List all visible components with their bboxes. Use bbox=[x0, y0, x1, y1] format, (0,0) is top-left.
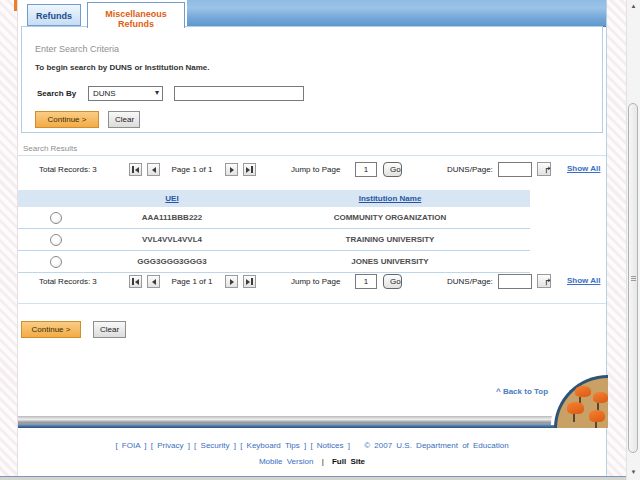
previous-page-icon bbox=[152, 279, 156, 285]
page-content: Refunds Miscellaneous Refunds Enter Sear… bbox=[17, 0, 607, 480]
return-arrow-icon: ↱ bbox=[544, 165, 552, 175]
scrollbar-thumb[interactable] bbox=[628, 103, 638, 453]
footer-separator: | bbox=[322, 457, 324, 466]
footer-links-row: [ FOIA ] [ Privacy ] [ Security ] [ Keyb… bbox=[18, 441, 606, 450]
results-divider-bottom bbox=[18, 303, 606, 304]
row-radio-button[interactable] bbox=[50, 256, 62, 268]
first-page-icon bbox=[135, 279, 139, 285]
continue-button-bottom[interactable]: Continue > bbox=[21, 321, 81, 338]
total-records-label: Total Records: 3 bbox=[39, 277, 97, 286]
desk-leg bbox=[595, 421, 597, 428]
table-row: VVL4VVL4VVL4 TRAINING UNIVERSITY bbox=[18, 229, 530, 251]
duns-per-page-label: DUNS/Page: bbox=[447, 277, 493, 286]
pagination-bar-top: Total Records: 3 Page 1 of 1 Jump to Pag… bbox=[18, 160, 608, 182]
search-criteria-heading: Enter Search Criteria bbox=[35, 44, 119, 54]
institution-name-column-header[interactable]: Institution Name bbox=[250, 194, 530, 203]
chevron-down-icon: ▾ bbox=[155, 88, 159, 97]
show-all-link[interactable]: Show All bbox=[567, 164, 600, 173]
vertical-scrollbar[interactable]: ▲ ▼ bbox=[626, 0, 640, 480]
duns-per-page-input[interactable] bbox=[498, 162, 532, 177]
classroom-corner-image bbox=[554, 375, 608, 428]
uei-column-header[interactable]: UEI bbox=[94, 194, 250, 203]
full-site-label: Full Site bbox=[332, 457, 365, 466]
page-indicator: Page 1 of 1 bbox=[162, 165, 222, 174]
jump-to-page-input[interactable] bbox=[355, 162, 377, 177]
previous-page-icon bbox=[152, 167, 156, 173]
search-criteria-panel: Enter Search Criteria To begin search by… bbox=[21, 26, 603, 133]
total-records-label: Total Records: 3 bbox=[39, 165, 97, 174]
footer-link-security[interactable]: [ Security ] bbox=[194, 441, 236, 450]
clear-button[interactable]: Clear bbox=[108, 111, 140, 128]
footer-link-notices[interactable]: [ Notices ] bbox=[310, 441, 350, 450]
duns-per-page-label: DUNS/Page: bbox=[447, 165, 493, 174]
footer-link-foia[interactable]: [ FOIA ] bbox=[115, 441, 146, 450]
clear-button-bottom[interactable]: Clear bbox=[93, 321, 126, 338]
continue-button[interactable]: Continue > bbox=[35, 111, 99, 128]
pagination-bar-bottom: Total Records: 3 Page 1 of 1 Jump to Pag… bbox=[18, 272, 608, 294]
orange-chair bbox=[567, 402, 584, 414]
first-page-button[interactable] bbox=[129, 163, 142, 176]
mobile-version-link[interactable]: Mobile Version bbox=[259, 457, 313, 466]
footer-site-row: Mobile Version | Full Site bbox=[18, 457, 606, 466]
first-page-icon bbox=[132, 278, 134, 285]
previous-page-button[interactable] bbox=[147, 275, 160, 288]
first-page-icon bbox=[132, 166, 134, 173]
first-page-button[interactable] bbox=[129, 275, 142, 288]
go-button[interactable]: Go bbox=[383, 274, 402, 289]
first-page-icon bbox=[135, 167, 139, 173]
orange-chair bbox=[575, 386, 591, 397]
search-by-select[interactable]: DUNS ▾ bbox=[88, 86, 163, 101]
go-button[interactable]: Go bbox=[383, 162, 402, 177]
search-by-selected-value: DUNS bbox=[93, 89, 116, 98]
last-page-icon bbox=[246, 167, 250, 173]
scrollbar-grip-icon bbox=[631, 276, 636, 281]
scroll-down-arrow-icon[interactable]: ▼ bbox=[627, 466, 640, 478]
previous-page-button[interactable] bbox=[147, 163, 160, 176]
next-page-icon bbox=[230, 167, 234, 173]
jump-to-page-label: Jump to Page bbox=[291, 165, 340, 174]
page-indicator: Page 1 of 1 bbox=[162, 277, 222, 286]
last-page-button[interactable] bbox=[243, 275, 256, 288]
footer-divider-band bbox=[18, 416, 608, 428]
orange-chair bbox=[589, 410, 605, 422]
classroom-corner-image bbox=[551, 372, 608, 428]
jump-to-page-input[interactable] bbox=[355, 274, 377, 289]
last-page-icon bbox=[251, 278, 253, 285]
table-row: GGG3GGG3GGG3 JONES UNIVERSITY bbox=[18, 251, 530, 273]
search-by-label: Search By bbox=[37, 89, 76, 98]
last-page-button[interactable] bbox=[243, 163, 256, 176]
search-instruction: To begin search by DUNS or Institution N… bbox=[35, 63, 210, 72]
row-radio-button[interactable] bbox=[50, 212, 62, 224]
duns-per-page-input[interactable] bbox=[498, 274, 532, 289]
footer-link-keyboard-tips[interactable]: [ Keyboard Tips ] bbox=[240, 441, 306, 450]
back-to-top-link[interactable]: ^ Back to Top bbox=[496, 387, 548, 396]
institution-name-cell: TRAINING UNIVERSITY bbox=[250, 235, 530, 244]
orange-chair bbox=[593, 392, 608, 403]
last-page-icon bbox=[251, 166, 253, 173]
tab-bar: Refunds Miscellaneous Refunds bbox=[18, 0, 606, 27]
results-divider-top bbox=[18, 155, 606, 156]
next-page-button[interactable] bbox=[225, 275, 238, 288]
tab-bar-filler bbox=[187, 0, 606, 27]
next-page-button[interactable] bbox=[225, 163, 238, 176]
desk-leg bbox=[573, 414, 575, 422]
uei-cell: GGG3GGG3GGG3 bbox=[94, 257, 250, 266]
scroll-up-arrow-icon[interactable]: ▲ bbox=[627, 0, 640, 12]
table-header-row: UEI Institution Name bbox=[18, 190, 530, 207]
apply-per-page-button[interactable]: ↱ bbox=[537, 162, 551, 176]
tab-refunds[interactable]: Refunds bbox=[27, 4, 81, 26]
jump-to-page-label: Jump to Page bbox=[291, 277, 340, 286]
institution-name-cell: JONES UNIVERSITY bbox=[250, 257, 530, 266]
show-all-link[interactable]: Show All bbox=[567, 276, 600, 285]
tab-miscellaneous-refunds[interactable]: Miscellaneous Refunds bbox=[87, 2, 185, 28]
apply-per-page-button[interactable]: ↱ bbox=[537, 274, 551, 288]
row-radio-button[interactable] bbox=[50, 234, 62, 246]
uei-cell: AAA111BBB222 bbox=[94, 213, 250, 222]
search-results-heading: Search Results bbox=[23, 144, 77, 153]
search-input[interactable] bbox=[174, 86, 304, 101]
results-table: UEI Institution Name AAA111BBB222 COMMUN… bbox=[18, 190, 530, 273]
uei-cell: VVL4VVL4VVL4 bbox=[94, 235, 250, 244]
footer-link-privacy[interactable]: [ Privacy ] bbox=[151, 441, 190, 450]
institution-name-cell: COMMUNITY ORGANIZATION bbox=[250, 213, 530, 222]
viewport-bottom-edge bbox=[0, 476, 640, 480]
